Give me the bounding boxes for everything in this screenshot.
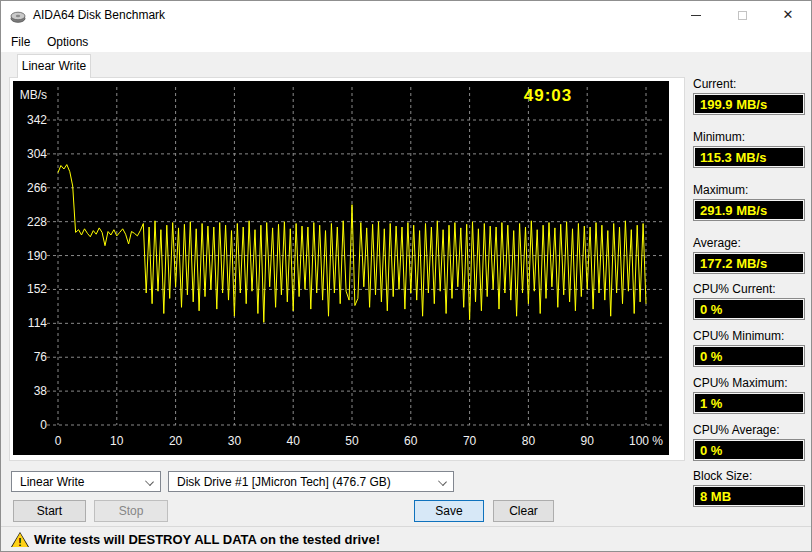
stat-label: Block Size: <box>693 469 805 485</box>
chevron-down-icon <box>438 477 447 486</box>
stat-value: 0 % <box>694 346 804 364</box>
y-tick-label: 152 <box>27 282 47 296</box>
stat-current: Current: 199.9 MB/s <box>693 77 805 115</box>
stat-label: Maximum: <box>693 183 805 199</box>
x-tick-label: 30 <box>228 434 242 448</box>
stat-label: Minimum: <box>693 130 805 146</box>
drive-select-value: Disk Drive #1 [JMicron Tech] (476.7 GB) <box>177 475 391 489</box>
stat-value-box: 1 % <box>693 392 805 414</box>
elapsed-time: 49:03 <box>483 86 613 106</box>
stat-value-box: 291.9 MB/s <box>693 199 805 221</box>
test-type-select[interactable]: Linear Write <box>11 471 161 492</box>
benchmark-chart: 3423042662281901521147638001020304050607… <box>13 81 669 455</box>
close-button[interactable]: ✕ <box>765 1 811 29</box>
stat-value-box: 177.2 MB/s <box>693 252 805 274</box>
chevron-down-icon <box>145 477 154 486</box>
stat-value-box: 8 MB <box>693 485 805 507</box>
stat-value: 0 % <box>694 299 804 317</box>
app-disk-icon <box>10 8 26 24</box>
minimize-button[interactable] <box>673 1 719 29</box>
titlebar[interactable]: AIDA64 Disk Benchmark ✕ <box>1 1 811 29</box>
stat-label: Current: <box>693 77 805 93</box>
stat-label: CPU% Maximum: <box>693 376 805 392</box>
stat-value: 291.9 MB/s <box>694 200 804 218</box>
x-tick-label: 40 <box>287 434 301 448</box>
start-button[interactable]: Start <box>13 500 86 522</box>
stat-value: 8 MB <box>694 486 804 504</box>
y-tick-label: 342 <box>27 113 47 127</box>
y-tick-label: 266 <box>27 181 47 195</box>
stat-value: 1 % <box>694 393 804 411</box>
stat-cpu-current: CPU% Current: 0 % <box>693 282 805 320</box>
stat-minimum: Minimum: 115.3 MB/s <box>693 130 805 168</box>
x-tick-label: 100 % <box>629 434 663 448</box>
y-tick-label: 114 <box>28 316 47 330</box>
stat-value: 177.2 MB/s <box>694 253 804 271</box>
x-tick-label: 0 <box>55 434 62 448</box>
y-axis-unit-label: MB/s <box>20 88 47 102</box>
stat-cpu-maximum: CPU% Maximum: 1 % <box>693 376 805 414</box>
stat-cpu-minimum: CPU% Minimum: 0 % <box>693 329 805 367</box>
y-tick-label: 190 <box>27 249 47 263</box>
window-title: AIDA64 Disk Benchmark <box>33 8 165 22</box>
stat-cpu-average: CPU% Average: 0 % <box>693 423 805 461</box>
stat-average: Average: 177.2 MB/s <box>693 236 805 274</box>
warning-exclamation: ! <box>12 533 28 547</box>
y-tick-label: 228 <box>27 215 47 229</box>
stop-button: Stop <box>94 500 168 522</box>
y-tick-label: 0 <box>40 418 47 432</box>
x-tick-label: 90 <box>581 434 595 448</box>
stat-label: CPU% Average: <box>693 423 805 439</box>
save-button[interactable]: Save <box>414 500 484 522</box>
menubar: File Options <box>1 29 811 52</box>
status-message: Write tests will DESTROY ALL DATA on the… <box>34 532 380 547</box>
maximize-icon <box>738 11 747 20</box>
stat-value-box: 0 % <box>693 298 805 320</box>
x-tick-label: 20 <box>169 434 183 448</box>
aida64-disk-benchmark-window: AIDA64 Disk Benchmark ✕ File Options Lin… <box>0 0 812 552</box>
close-icon: ✕ <box>783 7 794 22</box>
x-tick-label: 60 <box>404 434 418 448</box>
status-bar: ! Write tests will DESTROY ALL DATA on t… <box>1 526 811 551</box>
x-tick-label: 70 <box>463 434 477 448</box>
stat-value-box: 0 % <box>693 439 805 461</box>
x-tick-label: 10 <box>110 434 124 448</box>
stat-value-box: 199.9 MB/s <box>693 93 805 115</box>
minimize-icon <box>691 15 701 16</box>
menu-options[interactable]: Options <box>41 33 94 51</box>
x-tick-label: 80 <box>522 434 536 448</box>
stat-maximum: Maximum: 291.9 MB/s <box>693 183 805 221</box>
stat-block-size: Block Size: 8 MB <box>693 469 805 507</box>
y-tick-label: 76 <box>34 350 48 364</box>
y-tick-label: 38 <box>34 384 48 398</box>
stat-label: CPU% Current: <box>693 282 805 298</box>
y-tick-label: 304 <box>27 147 47 161</box>
stat-label: CPU% Minimum: <box>693 329 805 345</box>
test-type-value: Linear Write <box>20 475 84 489</box>
stat-value-box: 115.3 MB/s <box>693 146 805 168</box>
stat-value: 0 % <box>694 440 804 458</box>
stat-value-box: 0 % <box>693 345 805 367</box>
stat-label: Average: <box>693 236 805 252</box>
x-tick-label: 50 <box>345 434 359 448</box>
stat-value: 115.3 MB/s <box>694 147 804 165</box>
tab-linear-write[interactable]: Linear Write <box>17 54 91 78</box>
clear-button[interactable]: Clear <box>493 500 554 522</box>
stat-value: 199.9 MB/s <box>694 94 804 112</box>
maximize-button[interactable] <box>719 1 765 29</box>
menu-file[interactable]: File <box>5 33 36 51</box>
warning-icon: ! <box>11 532 29 547</box>
drive-select[interactable]: Disk Drive #1 [JMicron Tech] (476.7 GB) <box>168 471 454 492</box>
chart-area: 3423042662281901521147638001020304050607… <box>13 81 669 455</box>
